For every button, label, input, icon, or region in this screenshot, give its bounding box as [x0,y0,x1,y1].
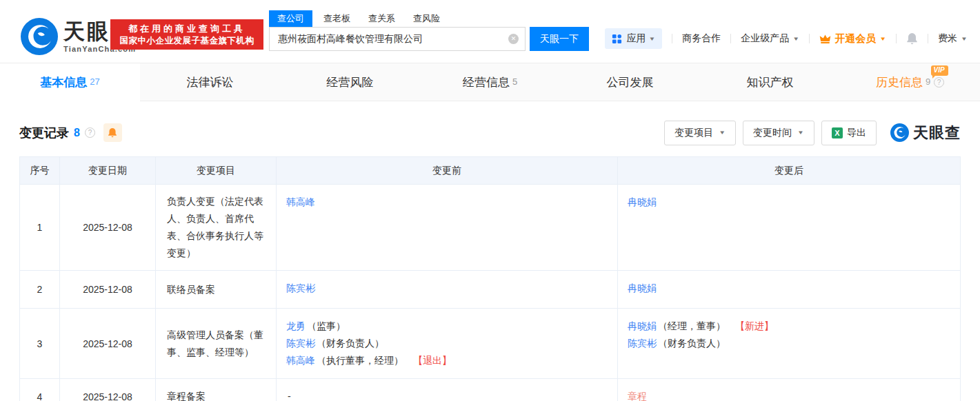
chevron-down-icon [719,130,726,136]
role-text: - [288,391,291,401]
search-button[interactable]: 天眼一下 [530,27,589,51]
person-link[interactable]: 陈宾彬 [286,338,315,349]
col-item: 变更项目 [156,157,277,185]
tab-intellectual-property[interactable]: 知识产权 [700,63,840,101]
apps-menu[interactable]: 应用 [605,28,662,49]
row-seq: 1 [20,185,60,271]
tab-label: 历史信息 [876,74,923,90]
cell-line: 陈宾彬（财务负责人） [628,335,950,352]
bell-icon [108,127,117,138]
change-tag: 【退出】 [413,355,452,366]
page: 天眼查 TianYanCha.com 都在用的商业查询工具 国家中小企业发展子基… [0,0,980,401]
row-before: - [277,379,618,401]
table-row: 42025-12-08章程备案-章程 [20,379,961,401]
section-title: 变更记录 [19,125,69,141]
tab-operation-risk[interactable]: 经营风险 [280,63,420,101]
search-tab-boss[interactable]: 查老板 [323,12,350,27]
tab-operation-info[interactable]: 经营信息 5 [420,63,560,101]
export-button[interactable]: X 导出 [821,121,877,145]
tianyancha-watermark: 天眼查 [890,123,961,143]
col-before: 变更前 [277,157,618,185]
role-text: （财务负责人） [658,338,726,349]
chevron-down-icon [648,36,655,42]
enterprise-menu[interactable]: 企业级产品 [741,32,799,45]
cell-line: - [286,388,608,401]
tab-company-development[interactable]: 公司发展 [560,63,700,101]
row-seq: 4 [20,379,60,401]
cell-line: 陈宾彬（财务负责人） [286,335,608,352]
search-block: 查公司 查老板 查关系 查风险 天眼一下 [269,11,589,51]
person-link[interactable]: 陈宾彬 [286,282,315,294]
vip-label: 开通会员 [834,32,876,45]
nav-divider [730,34,731,43]
cooperation-link[interactable]: 商务合作 [682,32,721,45]
search-tab-risk[interactable]: 查风险 [413,12,440,27]
crown-icon [819,34,831,44]
tab-label: 基本信息 [40,74,87,90]
row-seq: 3 [20,309,60,379]
search-input[interactable] [269,27,526,51]
tab-count: 9 [926,76,930,87]
cell-line: 龙勇（监事） [286,318,608,335]
help-icon[interactable] [85,127,95,138]
role-text: （监事） [307,320,346,331]
cell-line: 韩高峰 [286,194,608,211]
search-tabs: 查公司 查老板 查关系 查风险 [269,11,589,27]
enterprise-label: 企业级产品 [741,32,789,45]
nav-divider [896,34,897,43]
person-link[interactable]: 韩高峰 [286,196,315,207]
person-link[interactable]: 冉晓娟 [628,320,657,331]
filter-change-time-button[interactable]: 变更时间 [743,121,814,145]
person-link[interactable]: 韩高峰 [286,355,315,366]
chevron-down-icon [879,36,886,42]
tab-history-info[interactable]: 历史信息 9 VIP [840,63,980,101]
tab-count: 5 [512,76,517,87]
site-header: 天眼查 TianYanCha.com 都在用的商业查询工具 国家中小企业发展子基… [0,0,980,63]
slogan-line1: 都在用的商业查询工具 [128,23,246,35]
tab-label: 法律诉讼 [187,74,234,90]
search-tab-relation[interactable]: 查关系 [368,12,395,27]
search-tab-company[interactable]: 查公司 [269,10,312,27]
person-link[interactable]: 冉晓娟 [628,282,657,294]
tab-legal[interactable]: 法律诉讼 [140,63,280,101]
slogan-line2: 国家中小企业发展子基金旗下机构 [120,35,254,47]
cell-line: 冉晓娟 [628,194,950,211]
row-before: 陈宾彬 [277,271,618,309]
username: 费米 [938,32,957,45]
row-date: 2025-12-08 [60,379,156,401]
change-records-table: 序号 变更日期 变更项目 变更前 变更后 12025-12-08负责人变更（法定… [19,156,961,401]
tab-label: 知识产权 [747,74,794,90]
person-link[interactable]: 陈宾彬 [628,338,657,349]
change-records-bar: 变更记录 8 变更项目 变更时间 X [19,120,961,145]
nav-divider [809,34,810,43]
excel-icon: X [832,127,843,138]
cell-line: 冉晓娟（经理，董事）【新进】 [628,318,950,335]
nav-divider [672,34,672,43]
chevron-down-icon [961,36,968,42]
tab-label: 公司发展 [607,74,654,90]
cell-line: 冉晓娟 [628,280,950,297]
vip-menu[interactable]: 开通会员 [819,32,886,45]
col-seq: 序号 [20,157,60,185]
logo-swirl-icon [890,123,909,142]
filter-label: 变更项目 [674,127,713,139]
col-after: 变更后 [618,157,961,185]
person-link[interactable]: 龙勇 [286,320,306,331]
role-text: （执行董事，经理） [317,355,403,366]
notification-bell-icon[interactable] [906,32,918,45]
row-item: 联络员备案 [156,271,277,309]
charter-link[interactable]: 章程 [628,391,647,401]
subscribe-bell-button[interactable] [103,123,122,142]
filter-label: 变更时间 [753,127,792,139]
row-after: 冉晓娟 [618,185,961,271]
clear-search-icon[interactable] [508,34,519,44]
row-after: 冉晓娟 [618,271,961,309]
tab-label: 经营信息 [463,74,510,90]
user-menu[interactable]: 费米 [938,32,968,45]
table-row: 32025-12-08高级管理人员备案（董事、监事、经理等）龙勇（监事）陈宾彬（… [20,309,961,379]
filter-change-item-button[interactable]: 变更项目 [664,121,736,145]
tab-basic-info[interactable]: 基本信息 27 [0,63,140,101]
person-link[interactable]: 冉晓娟 [628,196,657,207]
table-body: 12025-12-08负责人变更（法定代表人、负责人、首席代表、合伙事务执行人等… [20,185,961,401]
cell-line: 陈宾彬 [286,280,608,297]
